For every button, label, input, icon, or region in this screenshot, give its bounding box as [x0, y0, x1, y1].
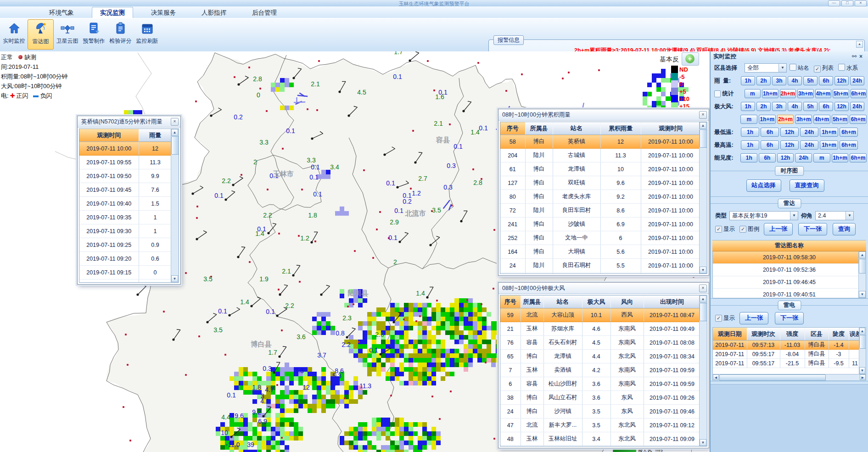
table-row[interactable]: 21玉林苏烟水库4.6东南风2019-07-11 09:49 — [500, 322, 700, 336]
horizontal-scrollbar[interactable]: ◀ ▶ — [712, 374, 866, 381]
table-row[interactable]: 7玉林卖酒镇4.2东南风2019-07-11 09:59 — [500, 363, 700, 377]
range-button-2h+m[interactable]: 2h+m — [780, 89, 796, 98]
close-icon[interactable]: × — [699, 285, 707, 292]
range-button-6h+m[interactable]: 6h+m — [840, 140, 858, 150]
range-button-5h+m[interactable]: 5h+m — [832, 115, 849, 124]
pin-icon[interactable]: ⚯ — [852, 53, 859, 60]
range-button-6h+m[interactable]: 6h+m — [840, 128, 858, 137]
checkbox-显示[interactable]: ✓ — [715, 226, 722, 233]
table-row[interactable]: 5玉林石南镇3.3东北风2019-07-11 09:59 — [500, 446, 700, 447]
range-button-12h[interactable]: 12h — [834, 76, 849, 85]
range-button-1h+m[interactable]: 1h+m — [832, 153, 849, 162]
column-header[interactable]: 雨量 — [139, 129, 172, 142]
checkbox-站名[interactable] — [790, 64, 796, 71]
table-row[interactable]: 24博白沙河镇3.5东风2019-07-11 09:46 — [500, 405, 700, 419]
toolbar-button-document[interactable]: 预警制作 — [81, 19, 107, 50]
column-header[interactable]: 强度 — [780, 328, 805, 340]
range-button-1h[interactable]: 1h — [741, 140, 759, 150]
wind-table-popup[interactable]: 08时~10时00分钟极大风 × 序号所属县站名极大风风向出现时间59北流大容山… — [498, 282, 709, 448]
button-直接查询[interactable]: 直接查询 — [790, 179, 824, 192]
radar-type-select[interactable]: 基本反射率19▼ — [729, 211, 798, 220]
range-button-m[interactable]: m — [813, 153, 830, 162]
tab-4[interactable]: 人影指挥 — [194, 7, 234, 18]
range-button-24h[interactable]: 24h — [850, 76, 864, 85]
range-button-m[interactable]: m — [740, 115, 757, 124]
range-button-1h[interactable]: 1h — [741, 128, 759, 137]
range-button-4h[interactable]: 4h — [788, 102, 802, 111]
table-row[interactable]: 59北流大容山顶10.1西风2019-07-11 08:47 — [500, 308, 700, 322]
range-button-1h[interactable]: 1h — [741, 76, 755, 85]
button-上一张[interactable]: 上一张 — [764, 223, 793, 235]
table-row[interactable]: 2019-07-11 09:250.9 — [79, 238, 172, 252]
table-row[interactable]: 48玉林玉林站旧址3.4东北风2019-07-11 09:09 — [500, 432, 700, 446]
table-row[interactable]: 47北流新丰大罗...3.5东北风2019-07-11 09:12 — [500, 419, 700, 432]
button-下一张[interactable]: 下一张 — [775, 312, 804, 324]
range-button-24h[interactable]: 24h — [800, 140, 818, 150]
radar-image-item[interactable]: 2019-07-11 09:58:30 — [713, 251, 866, 264]
column-header[interactable]: 所属县 — [521, 296, 543, 308]
table-row[interactable]: 164博白大垌镇5.62019-07-11 10:00 — [500, 245, 700, 259]
range-button-5h[interactable]: 5h — [803, 76, 818, 85]
toolbar-button-calendar[interactable]: 监控刷新 — [134, 19, 160, 50]
close-icon[interactable]: × — [699, 111, 707, 119]
column-header[interactable]: 站名 — [543, 296, 582, 308]
range-button-3h+m[interactable]: 3h+m — [795, 115, 812, 124]
column-header[interactable]: 观测时间 — [79, 129, 139, 142]
button-下一张[interactable]: 下一张 — [798, 223, 827, 235]
range-button-1h+m[interactable]: 1h+m — [820, 128, 838, 137]
tab-2[interactable]: 实况监测 — [92, 7, 133, 18]
maximize-button[interactable]: □ — [841, 0, 853, 6]
range-button-1h+m[interactable]: 1h+m — [762, 89, 778, 98]
column-header[interactable]: 站名 — [553, 122, 600, 135]
range-button-4h+m[interactable]: 4h+m — [813, 115, 830, 124]
checkbox-显示[interactable]: ✓ — [715, 315, 722, 322]
scrollbar[interactable]: ▲▼ — [699, 296, 707, 446]
table-row[interactable]: 2019-07-11 09:401.5 — [79, 197, 172, 211]
table-row[interactable]: 6容县松山沙田村3.6东南风2019-07-11 09:59 — [500, 377, 700, 391]
range-button-1h[interactable]: 1h — [740, 153, 757, 162]
station-rain-popup[interactable]: 英桥镇(N5702)逐5分钟累计雨量 × 观测时间雨量2019-07-11 10… — [77, 116, 181, 285]
radar-image-item[interactable]: 2019-07-11 09:40:51 — [713, 289, 866, 298]
close-button[interactable]: × — [855, 0, 867, 6]
range-button-m[interactable]: m — [745, 89, 761, 98]
toolbar-button-clipboard[interactable]: 检验评分 — [107, 19, 134, 50]
range-button-24h[interactable]: 24h — [800, 128, 818, 137]
range-button-2h[interactable]: 2h — [756, 76, 771, 85]
scrollbar[interactable]: ▲▼ — [171, 129, 179, 282]
range-button-2h+m[interactable]: 2h+m — [777, 115, 794, 124]
table-row[interactable]: 127博白双旺镇9.62019-07-11 10:00 — [500, 176, 700, 190]
table-row[interactable]: 65博白龙潭镇4.4东北风2019-07-11 08:34 — [500, 350, 700, 363]
range-button-3h[interactable]: 3h — [772, 102, 786, 111]
range-button-5h+m[interactable]: 5h+m — [833, 89, 849, 98]
column-header[interactable]: 观测时次 — [747, 328, 780, 340]
panel-close-icon[interactable]: × — [859, 53, 865, 60]
range-button-24h[interactable]: 24h — [850, 102, 864, 111]
table-row[interactable]: 58博白英桥镇122019-07-11 10:00 — [500, 135, 700, 149]
range-button-12h[interactable]: 12h — [780, 128, 799, 137]
range-button-6h[interactable]: 6h — [819, 102, 833, 111]
range-button-4h+m[interactable]: 4h+m — [815, 89, 831, 98]
range-button-12h[interactable]: 12h — [780, 140, 799, 150]
scrollbar[interactable]: ▲▼ — [699, 122, 707, 273]
table-row[interactable]: 2019-07-1109:55:17-8.04博白县-3 — [713, 350, 861, 359]
column-header[interactable]: 序号 — [500, 122, 525, 135]
table-row[interactable]: 2019-07-11 09:301 — [79, 224, 172, 238]
table-row[interactable]: 185博白文地镇5.32019-07-11 10:00 — [500, 273, 700, 274]
table-row[interactable]: 38博白凤山立石村3.6东风2019-07-11 09:26 — [500, 391, 700, 405]
column-header[interactable]: 累积雨量 — [600, 122, 641, 135]
tab-1[interactable]: 环境气象 — [41, 7, 82, 18]
toolbar-button-satellite[interactable]: 卫星云图 — [54, 19, 80, 50]
table-row[interactable]: 2019-07-11 09:5511.3 — [79, 156, 172, 169]
checkbox-列表[interactable]: ✓ — [814, 66, 821, 73]
toolbar-button-home[interactable]: 实时监控 — [1, 19, 27, 50]
table-row[interactable]: 2019-07-11 09:509.9 — [79, 169, 172, 183]
table-row[interactable]: 24陆川良田石垌村5.52019-07-11 10:00 — [500, 259, 700, 273]
county-select[interactable]: 全部▼ — [745, 63, 787, 73]
table-row[interactable]: 2019-07-1109:57:13-11.03博白县-1.4 — [713, 340, 861, 350]
range-button-12h[interactable]: 12h — [777, 153, 794, 162]
table-row[interactable]: 2019-07-11 09:200.6 — [79, 252, 172, 266]
column-header[interactable]: 序号 — [500, 296, 521, 308]
table-row[interactable]: 252博白文地一中62019-07-11 10:00 — [500, 231, 700, 245]
weather-map[interactable]: 1.72.82.10.11.62.104.50.20.13.30.11.40.1… — [0, 51, 710, 452]
rain-table-popup[interactable]: 08时~10时00分钟累积雨量 × 序号所属县站名累积雨量观测时间58博白英桥镇… — [498, 109, 709, 276]
